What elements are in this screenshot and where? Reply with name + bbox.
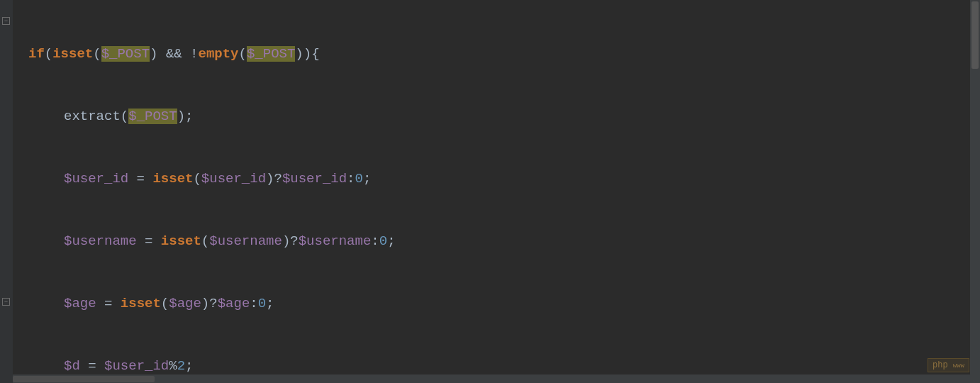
code-line: if(isset($_POST) && !empty($_POST)){	[16, 38, 980, 70]
code-line: extract($_POST);	[16, 101, 980, 132]
code-line: $age = isset($age)?$age:0;	[16, 288, 980, 319]
scrollbar-thumb[interactable]	[13, 376, 155, 382]
highlighted-var: $_POST	[247, 46, 295, 62]
code-line: $username = isset($username)?$username:0…	[16, 226, 980, 257]
code-editor[interactable]: if(isset($_POST) && !empty($_POST)){ ext…	[0, 0, 980, 383]
code-line: $user_id = isset($user_id)?$user_id:0;	[16, 163, 980, 194]
highlighted-var: $_POST	[128, 109, 177, 124]
watermark-badge: php www	[928, 358, 969, 372]
highlighted-var: $_POST	[101, 46, 150, 62]
horizontal-scrollbar[interactable]	[13, 374, 970, 383]
vertical-scrollbar[interactable]	[970, 0, 980, 383]
scrollbar-thumb[interactable]	[971, 1, 979, 69]
